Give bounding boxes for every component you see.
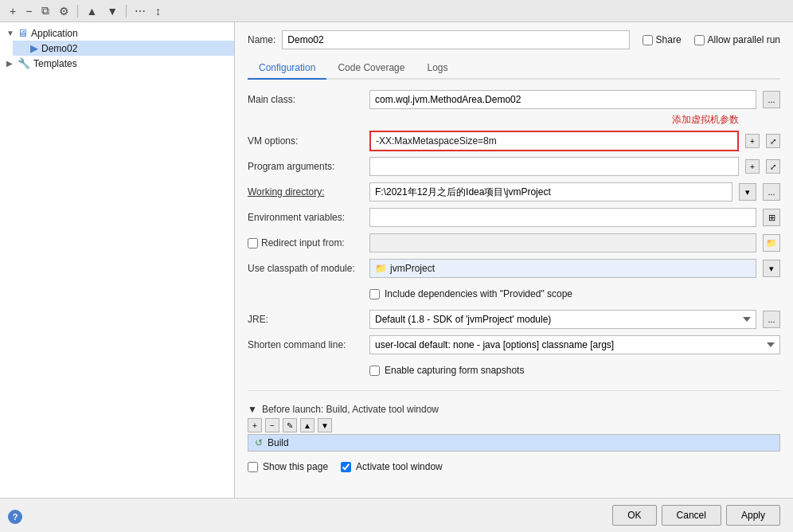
templates-arrow: ▶	[6, 59, 14, 68]
jre-row: JRE: Default (1.8 - SDK of 'jvmProject' …	[248, 309, 780, 330]
left-panel: ▼ 🖥 Application ▶ ▶ Demo02 ▶ 🔧 Templates	[0, 22, 235, 498]
config-form: Main class: ... VM options: 添加虚拟机参数 -XX:…	[248, 89, 780, 498]
name-input[interactable]	[282, 30, 629, 49]
tab-code-coverage[interactable]: Code Coverage	[326, 57, 416, 80]
copy-config-button[interactable]: ⧉	[38, 2, 53, 19]
program-args-input[interactable]	[369, 157, 739, 176]
toolbar-separator-2	[126, 5, 127, 18]
classpath-dropdown[interactable]: ▾	[763, 260, 780, 277]
add-config-button[interactable]: +	[6, 3, 19, 19]
before-launch-arrow: ▼	[248, 404, 257, 415]
before-launch-toolbar: + − ✎ ▲ ▼	[248, 418, 780, 432]
share-checkbox-label[interactable]: Share	[643, 34, 682, 45]
tree-item-application[interactable]: ▼ 🖥 Application	[0, 25, 234, 41]
prog-expand-button[interactable]: ⤢	[766, 159, 780, 174]
build-item[interactable]: ↺ Build	[248, 435, 779, 451]
working-dir-input[interactable]	[369, 182, 732, 201]
snapshots-text: Enable capturing form snapshots	[385, 365, 524, 376]
before-launch-add-button[interactable]: +	[248, 418, 262, 432]
env-vars-browse-button[interactable]: ⊞	[763, 209, 780, 226]
build-list: ↺ Build	[248, 434, 780, 452]
vm-expand-button[interactable]: ⤢	[766, 134, 780, 148]
working-dir-dropdown[interactable]: ▾	[739, 183, 756, 201]
before-launch-section: ▼ Before launch: Build, Activate tool wi…	[248, 404, 780, 452]
module-value: 📁 jvmProject	[369, 259, 756, 278]
module-icon: 📁	[375, 263, 387, 274]
before-launch-up-button[interactable]: ▲	[300, 418, 314, 432]
env-vars-label: Environment variables:	[248, 212, 363, 223]
main-class-input[interactable]	[369, 90, 756, 109]
build-item-label: Build	[268, 437, 289, 448]
tab-logs[interactable]: Logs	[416, 57, 459, 80]
more-button[interactable]: ⋯	[131, 3, 149, 19]
redirect-checkbox[interactable]	[248, 238, 258, 248]
snapshots-label[interactable]: Enable capturing form snapshots	[369, 365, 524, 376]
application-icon: 🖥	[18, 27, 28, 39]
jre-browse-button[interactable]: ...	[763, 311, 780, 328]
env-vars-row: Environment variables: ⊞	[248, 207, 780, 228]
activate-window-label[interactable]: Activate tool window	[341, 461, 443, 472]
tab-configuration[interactable]: Configuration	[248, 57, 326, 80]
help-button[interactable]: ?	[8, 510, 22, 524]
working-dir-row: Working directory: ▾ ...	[248, 182, 780, 202]
application-label: Application	[31, 28, 78, 39]
expand-arrow: ▼	[6, 29, 14, 37]
show-page-label[interactable]: Show this page	[248, 461, 328, 472]
main-class-browse-button[interactable]: ...	[763, 91, 780, 108]
shorten-label: Shorten command line:	[248, 339, 363, 350]
tabs: Configuration Code Coverage Logs	[248, 57, 780, 80]
activate-window-checkbox[interactable]	[341, 462, 351, 472]
sort-button[interactable]: ↕	[152, 3, 164, 19]
include-deps-text: Include dependencies with "Provided" sco…	[385, 288, 572, 299]
move-up-button[interactable]: ▲	[83, 3, 100, 19]
redirect-checkbox-label[interactable]: Redirect input from:	[248, 237, 363, 248]
include-deps-label[interactable]: Include dependencies with "Provided" sco…	[369, 288, 572, 299]
share-label-text: Share	[656, 34, 682, 45]
build-icon: ↺	[255, 437, 263, 448]
include-deps-row: Include dependencies with "Provided" sco…	[369, 284, 780, 304]
jre-select[interactable]: Default (1.8 - SDK of 'jvmProject' modul…	[369, 310, 756, 329]
before-launch-label: Before launch: Build, Activate tool wind…	[262, 404, 439, 415]
before-launch-down-button[interactable]: ▼	[318, 418, 332, 432]
template-icon: 🔧	[18, 57, 30, 69]
redirect-input[interactable]	[369, 233, 756, 252]
footer: ? OK Cancel Apply	[0, 498, 793, 532]
vm-options-box[interactable]: -XX:MaxMetaspaceSize=8m	[369, 131, 739, 151]
tree-item-demo02[interactable]: ▶ ▶ Demo02	[13, 41, 234, 56]
before-launch-remove-button[interactable]: −	[265, 418, 279, 432]
show-page-checkbox[interactable]	[248, 462, 258, 472]
name-row: Name: Share Allow parallel run	[248, 30, 780, 49]
main-layout: ▼ 🖥 Application ▶ ▶ Demo02 ▶ 🔧 Templates…	[0, 22, 793, 498]
shorten-select[interactable]: user-local default: none - java [options…	[369, 335, 780, 354]
vm-hint-text: 添加虚拟机参数	[672, 113, 739, 127]
include-deps-checkbox[interactable]	[369, 289, 380, 299]
toolbar-separator	[77, 5, 78, 18]
parallel-checkbox[interactable]	[694, 35, 705, 45]
working-dir-browse-button[interactable]: ...	[763, 183, 780, 201]
snapshots-row: Enable capturing form snapshots	[248, 360, 780, 381]
right-panel: Name: Share Allow parallel run Configura…	[235, 22, 793, 498]
snapshots-checkbox[interactable]	[369, 366, 380, 376]
share-checkbox[interactable]	[643, 35, 653, 45]
prog-add-button[interactable]: +	[745, 159, 760, 174]
ok-button[interactable]: OK	[612, 505, 656, 526]
demo-label: Demo02	[41, 43, 77, 54]
tree-item-templates[interactable]: ▶ 🔧 Templates	[0, 56, 234, 71]
checkbox-row: Share Allow parallel run	[643, 34, 780, 45]
before-launch-edit-button[interactable]: ✎	[283, 418, 297, 432]
move-down-button[interactable]: ▼	[104, 3, 121, 19]
parallel-checkbox-label[interactable]: Allow parallel run	[694, 34, 780, 45]
vm-options-row: VM options: 添加虚拟机参数 -XX:MaxMetaspaceSize…	[248, 131, 780, 151]
env-vars-input[interactable]	[369, 208, 756, 227]
remove-config-button[interactable]: −	[22, 3, 35, 19]
vm-add-button[interactable]: +	[745, 134, 760, 148]
main-class-label: Main class:	[248, 94, 363, 105]
run-config-icon: ▶	[30, 42, 38, 54]
apply-button[interactable]: Apply	[726, 505, 780, 526]
redirect-browse-button[interactable]: 📁	[763, 234, 780, 252]
bottom-checkboxes: Show this page Activate tool window	[248, 461, 780, 472]
working-dir-label: Working directory:	[248, 186, 363, 198]
settings-button[interactable]: ⚙	[56, 3, 72, 19]
cancel-button[interactable]: Cancel	[662, 505, 721, 526]
templates-label: Templates	[33, 58, 77, 69]
